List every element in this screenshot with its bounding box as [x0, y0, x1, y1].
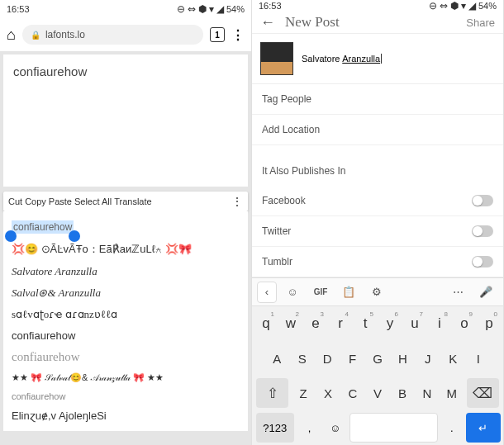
key-q[interactable]: 1q: [254, 309, 278, 338]
font-option[interactable]: sɑℓvɑʈoɾҽ ɑɾɑnzʋℓℓɑ: [12, 304, 240, 325]
gif-button[interactable]: GIF: [308, 282, 333, 303]
key-r[interactable]: 4r: [329, 309, 352, 338]
key-w[interactable]: 2w: [279, 309, 302, 338]
social-row-twitter: Twitter: [252, 216, 503, 247]
toggle-twitter[interactable]: [472, 225, 493, 237]
font-option[interactable]: confiaurehow: [12, 346, 240, 368]
key-h[interactable]: H: [391, 343, 414, 373]
font-option[interactable]: Salvatore Aranzulla: [12, 261, 240, 282]
lock-icon: 🔒: [31, 31, 40, 40]
battery-text: 54%: [226, 4, 245, 14]
social-row-facebook: Facebook: [252, 186, 503, 216]
toggle-facebook[interactable]: [472, 195, 493, 206]
key-space[interactable]: [349, 413, 438, 443]
kb-collapse-icon[interactable]: ‹: [257, 282, 277, 303]
status-time: 16:53: [259, 1, 282, 11]
status-time: 16:53: [7, 4, 30, 14]
key-a[interactable]: A: [265, 343, 288, 373]
url-bar[interactable]: 🔒 lafonts.lo: [22, 25, 203, 45]
key-o[interactable]: 9o: [453, 309, 476, 338]
action-copy[interactable]: Copy: [25, 196, 46, 206]
post-thumbnail[interactable]: [260, 42, 293, 75]
page-title: New Post: [285, 14, 466, 31]
post-preview: Salvatore Aranzulla: [252, 34, 503, 84]
key-v[interactable]: V: [366, 378, 389, 408]
font-option[interactable]: 💢😊 ⊙ÃĿvÃŦo：Eã℟aиℤuLℓ⍲ 💢🎀: [12, 238, 240, 261]
toggle-tumblr[interactable]: [472, 256, 493, 267]
keyboard: ‹ ☺ GIF 📋 ⚙ ⋯ 🎤 1q2w3e4r5t6y7u8i9o0p ASD…: [252, 277, 503, 445]
sticker-icon[interactable]: ☺: [280, 282, 305, 303]
font-option[interactable]: Elinɀuɇ,v AjoleŋleSi: [12, 405, 240, 426]
key-enter[interactable]: ↵: [466, 413, 501, 443]
key-u[interactable]: 7u: [403, 309, 426, 338]
key-t[interactable]: 5t: [354, 309, 377, 338]
key-x[interactable]: X: [316, 378, 340, 408]
key-i[interactable]: 8i: [428, 309, 451, 338]
keyboard-row-3: ⇧ZXCVBNM⌫: [252, 376, 503, 410]
add-location-row[interactable]: Add Location: [252, 115, 503, 145]
tabs-button[interactable]: 1: [210, 27, 225, 42]
keyboard-row-2: ASDFGHJKI: [252, 341, 503, 376]
font-option[interactable]: confiaurehow: [12, 387, 240, 405]
key-symbols[interactable]: ?123: [256, 413, 294, 443]
action-paste[interactable]: Paste: [49, 196, 72, 206]
key-i[interactable]: I: [467, 343, 490, 373]
input-preview-card: confiaurehow: [3, 54, 248, 187]
link-icon: ⊖: [177, 3, 185, 15]
key-g[interactable]: G: [366, 343, 389, 373]
key-z[interactable]: Z: [292, 378, 315, 408]
dnd-icon: ⬢: [450, 0, 459, 12]
share-button[interactable]: Share: [466, 17, 495, 29]
key-m[interactable]: M: [440, 378, 464, 408]
key-e[interactable]: 3e: [304, 309, 327, 338]
status-bar: 16:53 ⊖ ⇔ ⬢ ▾ ◢ 54%: [252, 0, 503, 12]
menu-icon[interactable]: ⋮: [231, 27, 245, 43]
action-cut[interactable]: Cut: [8, 196, 22, 206]
social-row-tumblr: Tumblr: [252, 247, 503, 277]
font-option[interactable]: Salval⊛& Aranzulla: [12, 282, 240, 304]
also-publishes-label: It Also Publishes In: [252, 156, 503, 186]
key-period[interactable]: .: [440, 413, 464, 443]
key-s[interactable]: S: [290, 343, 313, 373]
sync-icon: ⇔: [440, 0, 448, 12]
key-f[interactable]: F: [340, 343, 364, 373]
key-comma[interactable]: ,: [298, 413, 321, 443]
browser-bar: ⌂ 🔒 lafonts.lo 1 ⋮: [0, 18, 251, 51]
font-option[interactable]: ★★ 🎀 𝒮𝒶𝓁𝓋𝒶𝓁😊& 𝒜𝓇𝒶𝓃𝓏𝓊𝓁𝓁𝒶 🎀 ★★: [12, 368, 240, 387]
key-backspace[interactable]: ⌫: [467, 378, 499, 408]
key-j[interactable]: J: [416, 343, 440, 373]
settings-icon[interactable]: ⚙: [364, 282, 389, 303]
more-icon[interactable]: ⋯: [445, 282, 470, 303]
action-more-icon[interactable]: ⋮: [231, 195, 243, 208]
key-d[interactable]: D: [316, 343, 339, 373]
signal-icon: ◢: [468, 0, 476, 12]
wifi-icon: ▾: [461, 0, 466, 12]
action-selectall[interactable]: Select All: [74, 196, 112, 206]
link-icon: ⊖: [429, 0, 437, 12]
key-p[interactable]: 0p: [478, 309, 501, 338]
caption-input[interactable]: Salvatore Aranzulla: [302, 54, 382, 64]
key-c[interactable]: C: [341, 378, 364, 408]
mic-icon[interactable]: 🎤: [473, 282, 498, 303]
preview-text: confiaurehow: [13, 64, 87, 78]
tag-people-row[interactable]: Tag People: [252, 84, 503, 115]
back-icon[interactable]: ←: [260, 14, 275, 31]
keyboard-row-1: 1q2w3e4r5t6y7u8i9o0p: [252, 306, 503, 341]
action-translate[interactable]: Translate: [114, 196, 151, 206]
key-shift[interactable]: ⇧: [256, 378, 288, 408]
post-header: ← New Post Share: [252, 12, 503, 34]
key-emoji[interactable]: ☺: [324, 413, 347, 443]
selected-input[interactable]: confiaurehow: [12, 216, 240, 238]
clipboard-icon[interactable]: 📋: [336, 282, 361, 303]
battery-text: 54%: [478, 1, 497, 11]
key-b[interactable]: B: [391, 378, 414, 408]
key-k[interactable]: K: [441, 343, 464, 373]
key-n[interactable]: N: [416, 378, 439, 408]
keyboard-row-4: ?123 , ☺ . ↵: [252, 410, 503, 445]
selection-handle-left[interactable]: [5, 230, 17, 242]
home-icon[interactable]: ⌂: [7, 26, 16, 44]
url-text: lafonts.lo: [45, 29, 85, 40]
keyboard-toolbar: ‹ ☺ GIF 📋 ⚙ ⋯ 🎤: [252, 278, 503, 306]
font-option[interactable]: confiaurehow: [12, 325, 240, 346]
key-y[interactable]: 6y: [378, 309, 402, 338]
